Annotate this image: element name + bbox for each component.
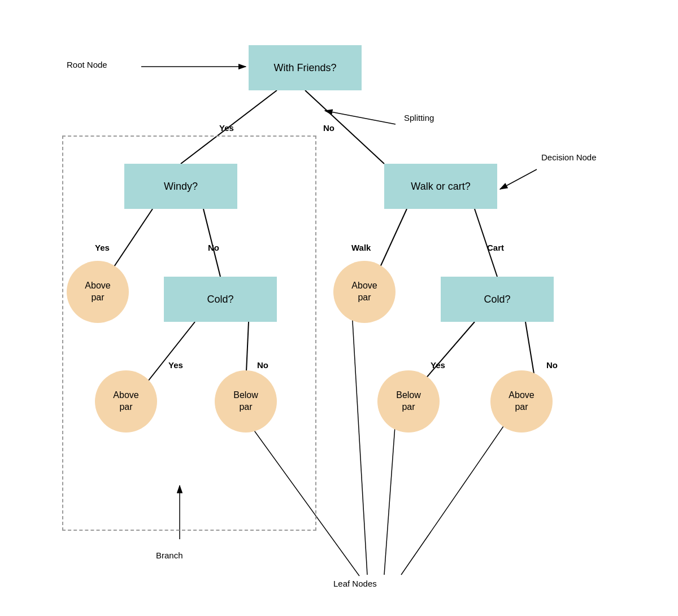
- annotation-branch: Branch: [156, 551, 183, 560]
- label-walk: Walk: [351, 243, 371, 252]
- label-yes1: Yes: [219, 123, 234, 133]
- annotation-splitting: Splitting: [404, 113, 434, 123]
- label-cart: Cart: [487, 243, 504, 252]
- svg-line-8: [421, 322, 475, 384]
- leaf-below-par-right: Belowpar: [377, 370, 440, 432]
- svg-line-12: [384, 419, 395, 575]
- leaf-above-par-cold-no-right: Abovepar: [490, 370, 553, 432]
- diagram-container: With Friends? Windy? Walk or cart? Cold?…: [0, 0, 678, 616]
- leaf-above-par-walk: Abovepar: [333, 261, 395, 323]
- annotation-root-node: Root Node: [67, 60, 107, 69]
- walk-or-cart-node: Walk or cart?: [384, 164, 497, 209]
- label-no3: No: [257, 360, 268, 370]
- leaf-above-par-cold-yes: Abovepar: [95, 370, 157, 432]
- annotation-decision-node: Decision Node: [541, 152, 597, 162]
- label-no4: No: [546, 360, 558, 370]
- svg-line-16: [325, 111, 395, 124]
- root-node: With Friends?: [249, 45, 362, 90]
- cold-left-node: Cold?: [164, 277, 277, 322]
- label-no1: No: [323, 123, 334, 133]
- cold-right-node: Cold?: [441, 277, 554, 322]
- svg-line-11: [352, 312, 367, 575]
- label-yes2: Yes: [95, 243, 110, 252]
- leaf-above-par-windy-yes: Abovepar: [67, 261, 129, 323]
- svg-line-13: [401, 419, 508, 575]
- svg-line-17: [500, 169, 537, 189]
- annotation-leaf-nodes: Leaf Nodes: [333, 579, 377, 588]
- label-no2: No: [208, 243, 219, 252]
- label-yes4: Yes: [431, 360, 445, 370]
- label-yes3: Yes: [168, 360, 183, 370]
- windy-node: Windy?: [124, 164, 237, 209]
- svg-line-1: [305, 90, 384, 164]
- leaf-below-par-left: Belowpar: [215, 370, 277, 432]
